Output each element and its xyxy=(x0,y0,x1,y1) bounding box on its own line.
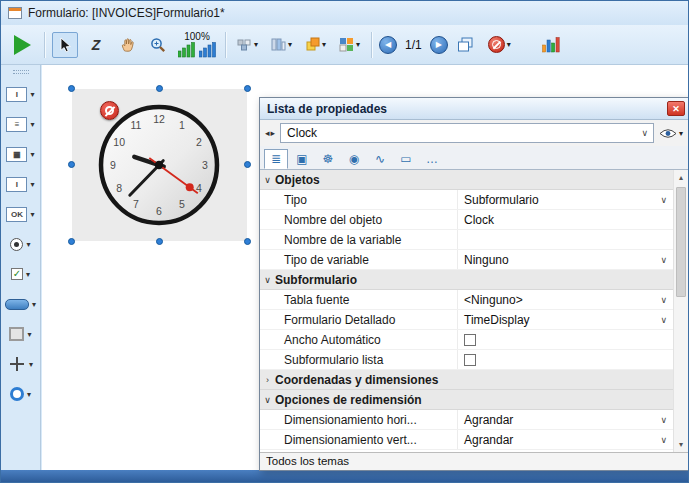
property-value[interactable] xyxy=(457,230,673,249)
property-label: Subformulario lista xyxy=(260,353,457,367)
resize-handle-top-right[interactable] xyxy=(244,85,251,92)
grid-menu-button[interactable]: ▾ xyxy=(335,34,364,55)
ok-button-tool[interactable]: OK▾ xyxy=(2,200,40,228)
chevron-down-icon[interactable]: ▾ xyxy=(27,330,31,339)
section-label: Subformulario xyxy=(275,273,357,287)
property-value[interactable] xyxy=(457,350,673,369)
zoom-100-icon[interactable] xyxy=(199,42,216,58)
property-value[interactable]: Agrandar∨ xyxy=(457,410,673,429)
resize-handle-bottom-right[interactable] xyxy=(244,238,251,245)
resize-handle-left[interactable] xyxy=(68,161,75,168)
resize-handle-bottom[interactable] xyxy=(156,238,163,245)
object-selector-dropdown[interactable]: Clock ∨ xyxy=(280,123,654,143)
clock-number: 7 xyxy=(133,198,139,210)
chevron-down-icon[interactable]: ▾ xyxy=(30,90,34,99)
tab-properties-tab[interactable]: ≣ xyxy=(264,149,288,169)
button-bar-tool[interactable]: ▾ xyxy=(2,290,40,318)
visibility-menu-button[interactable]: ▾ xyxy=(659,128,683,139)
section-subformulario[interactable]: ∨Subformulario xyxy=(260,270,673,290)
text-display-tool[interactable]: I▾ xyxy=(2,170,40,198)
previous-page-button[interactable]: ◀ xyxy=(379,36,397,54)
edit-field-tool[interactable]: I▾ xyxy=(2,80,40,108)
object-marker-icon[interactable] xyxy=(100,101,119,120)
selected-object-name: Clock xyxy=(287,126,317,140)
chevron-down-icon[interactable]: ∨ xyxy=(660,195,667,205)
checkbox[interactable] xyxy=(464,354,476,366)
distribute-menu-button[interactable]: ▾ xyxy=(267,34,296,55)
property-value[interactable]: Clock xyxy=(457,210,673,229)
panel-title: Lista de propiedades xyxy=(267,102,667,116)
tab-more-tab[interactable]: … xyxy=(420,149,444,169)
windows-button[interactable] xyxy=(453,32,479,58)
widget-toolbox-bar: I▾≡▾▦▾I▾OK▾▾✓▾▾▾▾▾ xyxy=(1,65,41,470)
chevron-down-icon[interactable]: ▾ xyxy=(26,270,30,279)
tab-display-tab[interactable]: ▭ xyxy=(394,149,418,169)
check-box-tool[interactable]: ✓▾ xyxy=(2,260,40,288)
frame-tool[interactable]: ▾ xyxy=(2,320,40,348)
main-toolbar: Z 100% ▾ ▾ ▾ ▾ xyxy=(1,25,688,65)
stop-menu-button[interactable]: ▾ xyxy=(484,33,515,56)
run-form-button[interactable] xyxy=(7,32,37,58)
layer-menu-button[interactable]: ▾ xyxy=(301,34,330,55)
chevron-down-icon[interactable]: ∨ xyxy=(660,415,667,425)
chevron-down-icon[interactable]: ▾ xyxy=(29,360,33,369)
chevron-down-icon[interactable]: ▾ xyxy=(32,300,36,309)
clock-subform-widget[interactable]: 121234567891011 xyxy=(72,89,247,241)
property-value[interactable] xyxy=(457,330,673,349)
panel-header[interactable]: Lista de propiedades ✕ xyxy=(260,98,688,120)
second-hand-dot xyxy=(186,183,194,191)
clock-widget[interactable]: 121234567891011 xyxy=(94,100,224,230)
tab-editor-tab[interactable]: ▣ xyxy=(290,149,314,169)
clock-number: 3 xyxy=(202,159,208,171)
tab-connections-tab[interactable]: ◉ xyxy=(342,149,366,169)
close-button[interactable]: ✕ xyxy=(667,101,685,116)
zoom-fit-icon[interactable] xyxy=(178,42,195,58)
property-value[interactable]: Ninguno∨ xyxy=(457,250,673,269)
list-view-tool[interactable]: ▦▾ xyxy=(2,140,40,168)
property-value[interactable]: <Ninguno>∨ xyxy=(457,290,673,309)
section-opciones-de-redimension[interactable]: ∨Opciones de redimensión xyxy=(260,390,673,410)
resize-handle-right[interactable] xyxy=(244,161,251,168)
next-page-button[interactable]: ▶ xyxy=(430,36,448,54)
title-bar: Formulario: [INVOICES]Formulario1* xyxy=(1,1,688,25)
chevron-down-icon[interactable]: ▾ xyxy=(30,150,34,159)
select-tool-button[interactable] xyxy=(52,32,78,58)
property-value[interactable]: TimeDisplay∨ xyxy=(457,310,673,329)
section-coordenadas-y-dimensiones[interactable]: ›Coordenadas y dimensiones xyxy=(260,370,673,390)
themes-footer[interactable]: Todos los temas xyxy=(260,452,688,470)
scrollbar-thumb[interactable] xyxy=(676,187,686,297)
tab-settings-tab[interactable]: ☸ xyxy=(316,149,340,169)
section-objetos[interactable]: ∨Objetos xyxy=(260,170,673,190)
multiline-field-tool[interactable]: ≡▾ xyxy=(2,110,40,138)
scroll-down-arrow[interactable]: ▾ xyxy=(674,437,688,452)
chevron-down-icon[interactable]: ∨ xyxy=(660,255,667,265)
resize-handle-top[interactable] xyxy=(156,85,163,92)
chevron-down-icon[interactable]: ∨ xyxy=(660,435,667,445)
zoom-tool-button[interactable] xyxy=(145,32,171,58)
next-object-button[interactable]: ▸ xyxy=(271,128,276,138)
chevron-down-icon[interactable]: ∨ xyxy=(660,315,667,325)
tab-order-tool-button[interactable]: Z xyxy=(83,32,109,58)
scrollbar[interactable]: ▴ ▾ xyxy=(673,170,688,452)
resize-handle-bottom-left[interactable] xyxy=(68,238,75,245)
statistics-button[interactable] xyxy=(538,32,564,58)
pan-tool-button[interactable] xyxy=(114,32,140,58)
resize-handle-top-left[interactable] xyxy=(68,85,75,92)
dial-tool[interactable]: ▾ xyxy=(2,380,40,408)
checkbox[interactable] xyxy=(464,334,476,346)
property-value[interactable]: Subformulario∨ xyxy=(457,190,673,209)
chevron-down-icon[interactable]: ▾ xyxy=(27,390,31,399)
chevron-down-icon[interactable]: ∨ xyxy=(660,295,667,305)
radio-button-tool[interactable]: ▾ xyxy=(2,230,40,258)
splitter-tool[interactable]: ▾ xyxy=(2,350,40,378)
previous-object-button[interactable]: ◂ xyxy=(265,128,270,138)
property-value[interactable]: Agrandar∨ xyxy=(457,430,673,449)
chevron-down-icon: ▾ xyxy=(356,40,360,49)
chevron-down-icon[interactable]: ▾ xyxy=(30,210,34,219)
chevron-down-icon[interactable]: ▾ xyxy=(30,120,34,129)
tab-curves-tab[interactable]: ∿ xyxy=(368,149,392,169)
chevron-down-icon[interactable]: ▾ xyxy=(30,180,34,189)
scroll-up-arrow[interactable]: ▴ xyxy=(674,170,688,185)
alignment-menu-button[interactable]: ▾ xyxy=(233,34,262,55)
chevron-down-icon[interactable]: ▾ xyxy=(26,240,30,249)
